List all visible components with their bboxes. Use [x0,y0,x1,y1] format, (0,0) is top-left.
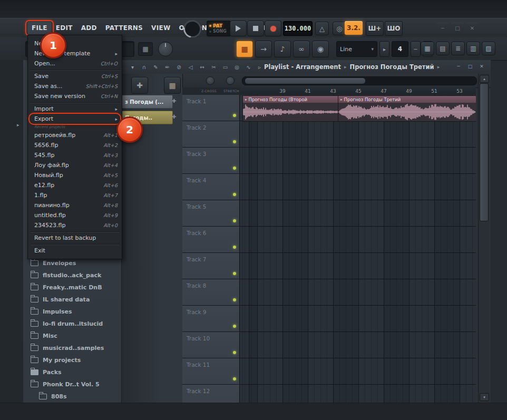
channel-rack-button[interactable]: ▦ [236,41,253,57]
track-name-cell[interactable]: Track 8 [182,279,240,306]
browser-item[interactable]: IL shared data [23,294,121,306]
hscroll-thumb[interactable] [245,77,366,84]
track-indicator-dot[interactable] [233,272,236,275]
zcross-knob[interactable] [206,76,214,85]
pencil-tool-icon[interactable]: ✎ [151,63,160,72]
browser-item[interactable]: Phonk Dr..t Vol. 5 [23,378,121,390]
close-button[interactable]: ✕ [466,23,479,33]
menu-view[interactable]: VIEW [147,22,174,34]
magnet-snap-icon[interactable]: ∩ [140,63,149,72]
minimize-button[interactable]: ─ [436,23,449,33]
file-menu-item[interactable]: Exit [28,246,122,256]
delete-tool-icon[interactable]: ⊘ [174,63,183,72]
scroll-down-icon[interactable]: ▾ [480,393,489,401]
bar-beat-display[interactable]: 3.2. [345,21,363,35]
horizontal-scrollbar[interactable] [242,76,477,85]
track-name-cell[interactable]: Track 1 [182,95,240,121]
restore-button[interactable]: □ [466,63,474,70]
track-grid-cell[interactable] [240,385,476,403]
file-menu-item[interactable]: Revert to last backup [28,233,122,243]
track-name-cell[interactable]: Track 4 [182,174,240,200]
pat-song-toggle[interactable]: PAT SONG [207,21,231,36]
main-volume-knob[interactable] [158,42,173,56]
vertical-scrollbar[interactable]: ▴ ▾ [478,74,489,403]
browser-item[interactable]: Packs [23,366,121,378]
track-indicator-dot[interactable] [233,351,236,354]
piano-roll-icon[interactable]: ▤ [436,42,450,55]
browser-item[interactable]: flstudio..ack_pack [23,269,121,281]
track-indicator-dot[interactable] [233,298,236,301]
track-grid-cell[interactable] [240,253,476,279]
mixer-view-icon[interactable]: ▥ [466,42,480,55]
track-name-cell[interactable]: Track 3 [182,148,240,174]
file-menu-item[interactable]: Open...Ctrl+O [28,58,122,69]
track-indicator-dot[interactable] [233,246,236,249]
typing-keyboard-alt-button[interactable]: ШО [385,21,403,36]
track-indicator-dot[interactable] [233,219,236,222]
track-grid-cell[interactable] [240,121,476,148]
file-menu-item[interactable]: SaveCtrl+S [28,71,122,81]
step-sequencer-icon[interactable]: ▦ [421,42,434,55]
browser-item[interactable]: 808s [23,390,121,403]
snap-decrement-button[interactable]: − [411,41,421,57]
close-button[interactable]: ✕ [478,63,485,70]
zoom-tool-icon[interactable]: ◎ [232,63,241,72]
track-grid-cell[interactable] [240,227,476,253]
browser-item[interactable]: Misc [23,330,121,342]
timeline-ruler[interactable]: 3941434547495153 [240,87,476,95]
menu-add[interactable]: ADD [77,22,101,34]
playlist-window-menu-icon[interactable]: ▹ [258,64,261,70]
file-menu-item[interactable]: Export▸ [28,114,122,124]
track-grid-cell[interactable] [240,306,476,332]
track-grid-cell[interactable] [240,200,476,227]
track-grid-cell[interactable] [240,332,476,358]
minimize-button[interactable]: ─ [455,63,462,70]
file-menu-item[interactable]: пианино.flpAlt+8 [28,200,122,210]
grid-icon[interactable]: ▦ [164,77,181,94]
browser-item[interactable]: Impulses [23,306,121,318]
track-name-cell[interactable]: Track 9 [182,306,240,332]
track-name-cell[interactable]: Track 7 [182,253,240,279]
track-indicator-dot[interactable] [233,167,236,170]
slip-tool-icon[interactable]: ↔ [198,63,207,72]
browser-collapse-icon[interactable]: ▸ [17,122,19,128]
slice-tool-icon[interactable]: ✂ [209,63,218,72]
browser-item[interactable]: Freaky..matic DnB [23,281,121,294]
link-icon[interactable]: ∞ [293,41,310,57]
track-name-cell[interactable]: Track 5 [182,200,240,227]
file-menu-item[interactable]: Новый.flpAlt+5 [28,170,122,180]
file-menu-item[interactable]: Save new versionCtrl+N [28,91,122,101]
restore-button[interactable]: □ [451,23,464,33]
preview-tool-icon[interactable]: ∿ [244,63,253,72]
paint-tool-icon[interactable]: ✏ [163,63,172,72]
arrow-tool-icon[interactable]: → [255,41,272,57]
track-indicator-dot[interactable] [233,325,236,328]
metronome-icon[interactable]: △ [315,22,329,35]
browser-item[interactable]: My projects [23,354,121,366]
tool-next-button[interactable]: ▸ [379,41,389,57]
mute-tool-icon[interactable]: ◁ [186,63,195,72]
arrangement-name[interactable]: Прогноз Погоды Третий [350,63,434,71]
tool-select-dropdown[interactable]: Line ▾ [336,41,377,57]
audio-clip[interactable]: ▸ Прогноз Погоды (Второй [242,95,339,122]
file-menu-item[interactable]: Save as...Shift+Ctrl+S [28,81,122,91]
snap-value-display[interactable]: 4 [392,41,408,57]
crosshair-icon[interactable]: ✚ [131,77,148,94]
track-name-cell[interactable]: Track 10 [182,332,240,358]
clip-handle-icon[interactable]: ✚ [172,98,176,104]
file-menu-item[interactable]: 545.flpAlt+3 [28,150,122,160]
track-indicator-dot[interactable] [233,193,236,196]
playlist-view-icon[interactable]: ≣ [451,42,465,55]
track-grid-cell[interactable] [240,148,476,174]
typing-keyboard-button[interactable]: Ш+ [366,21,384,36]
track-name-cell[interactable]: Track 11 [182,358,240,385]
select-tool-icon[interactable]: ▭ [221,63,230,72]
file-menu-item[interactable]: ретровейв.flpAlt+1 [28,130,122,140]
file-menu-item[interactable]: Лоу фай.flpAlt+4 [28,160,122,170]
record-button[interactable] [265,21,281,36]
picker-clip-item[interactable]: з Погоды (... [122,95,173,109]
track-indicator-dot[interactable] [233,140,236,143]
note-icon[interactable]: ♪ [274,41,291,57]
file-menu-item[interactable]: 5656.flpAlt+2 [28,140,122,150]
track-indicator-dot[interactable] [233,377,236,380]
